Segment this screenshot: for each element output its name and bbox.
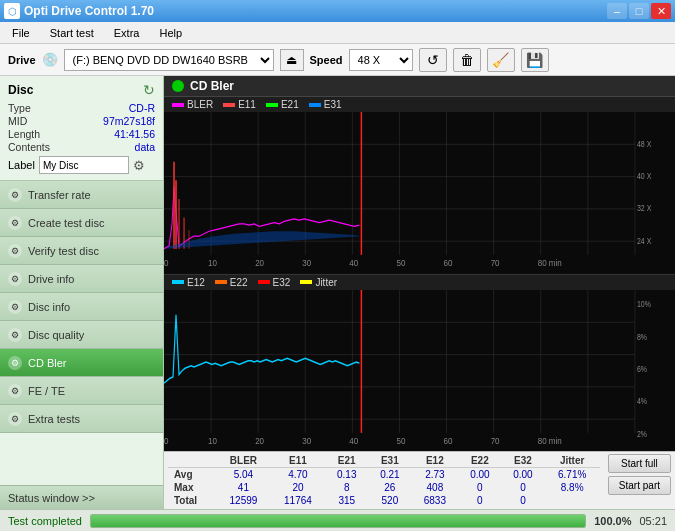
disc-label-input[interactable] bbox=[39, 156, 129, 174]
nav-fe-te-label: FE / TE bbox=[28, 385, 65, 397]
save-button[interactable]: 💾 bbox=[521, 48, 549, 72]
progress-bar-fill bbox=[91, 515, 585, 527]
disc-settings-icon[interactable]: ⚙ bbox=[133, 158, 145, 173]
legend-e32: E32 bbox=[258, 277, 291, 288]
sidebar-item-disc-info[interactable]: ⚙ Disc info bbox=[0, 293, 163, 321]
drive-icon: 💿 bbox=[42, 52, 58, 67]
window-controls: – □ ✕ bbox=[607, 3, 671, 19]
stats-total-e11: 11764 bbox=[271, 494, 326, 507]
nav-transfer-rate-label: Transfer rate bbox=[28, 189, 91, 201]
disc-label-row: Label ⚙ bbox=[8, 156, 155, 174]
stats-max-e32: 0 bbox=[501, 481, 544, 494]
legend-e11-dot bbox=[223, 103, 235, 107]
legend-bler-label: BLER bbox=[187, 99, 213, 110]
sidebar-item-transfer-rate[interactable]: ⚙ Transfer rate bbox=[0, 181, 163, 209]
chart-title: CD Bler bbox=[190, 79, 234, 93]
close-button[interactable]: ✕ bbox=[651, 3, 671, 19]
minimize-button[interactable]: – bbox=[607, 3, 627, 19]
status-window-button[interactable]: Status window >> bbox=[0, 485, 163, 509]
transfer-rate-icon: ⚙ bbox=[8, 188, 22, 202]
eject-button[interactable]: ⏏ bbox=[280, 49, 304, 71]
svg-text:80 min: 80 min bbox=[538, 435, 562, 446]
sidebar-item-disc-quality[interactable]: ⚙ Disc quality bbox=[0, 321, 163, 349]
start-part-button[interactable]: Start part bbox=[608, 476, 671, 495]
legend-bler-dot bbox=[172, 103, 184, 107]
svg-text:0: 0 bbox=[164, 435, 168, 446]
create-disc-icon: ⚙ bbox=[8, 216, 22, 230]
svg-text:20: 20 bbox=[255, 257, 264, 268]
legend-e31-label: E31 bbox=[324, 99, 342, 110]
legend-e22-label: E22 bbox=[230, 277, 248, 288]
stats-max-jitter: 8.8% bbox=[545, 481, 600, 494]
disc-refresh-icon[interactable]: ↻ bbox=[143, 82, 155, 98]
drive-select[interactable]: (F:) BENQ DVD DD DW1640 BSRB bbox=[64, 49, 274, 71]
svg-text:10: 10 bbox=[208, 257, 217, 268]
stats-row-avg: Avg 5.04 4.70 0.13 0.21 2.73 0.00 0.00 6… bbox=[168, 468, 600, 482]
stats-total-e21: 315 bbox=[325, 494, 368, 507]
erase2-button[interactable]: 🧹 bbox=[487, 48, 515, 72]
app-icon: ⬡ bbox=[4, 3, 20, 19]
stats-total-e12: 6833 bbox=[411, 494, 458, 507]
svg-text:6%: 6% bbox=[637, 364, 647, 374]
stats-total-e22: 0 bbox=[458, 494, 501, 507]
refresh-button[interactable]: ↺ bbox=[419, 48, 447, 72]
stats-max-e12: 408 bbox=[411, 481, 458, 494]
stats-total-label: Total bbox=[168, 494, 216, 507]
stats-total-jitter bbox=[545, 494, 600, 507]
legend-e11-label: E11 bbox=[238, 99, 256, 110]
nav-cd-bler-label: CD Bler bbox=[28, 357, 67, 369]
svg-text:30: 30 bbox=[302, 257, 311, 268]
disc-type-value: CD-R bbox=[129, 102, 155, 114]
disc-header: Disc ↻ bbox=[8, 82, 155, 98]
svg-text:40: 40 bbox=[349, 257, 358, 268]
legend-e32-label: E32 bbox=[273, 277, 291, 288]
legend-e12: E12 bbox=[172, 277, 205, 288]
legend-e22: E22 bbox=[215, 277, 248, 288]
menu-extra[interactable]: Extra bbox=[106, 25, 148, 41]
chart1-area: 0 10 20 30 40 50 60 70 80 min 48 X 40 X … bbox=[164, 112, 675, 274]
legend-e12-dot bbox=[172, 280, 184, 284]
stats-col-e11: E11 bbox=[271, 454, 326, 468]
disc-type-row: Type CD-R bbox=[8, 102, 155, 114]
legend-e12-label: E12 bbox=[187, 277, 205, 288]
svg-text:4%: 4% bbox=[637, 396, 647, 406]
cd-bler-icon: ⚙ bbox=[8, 356, 22, 370]
erase-button[interactable]: 🗑 bbox=[453, 48, 481, 72]
stats-table-area: BLER E11 E21 E31 E12 E22 E32 Jitter Avg bbox=[164, 452, 604, 509]
start-full-button[interactable]: Start full bbox=[608, 454, 671, 473]
menu-help[interactable]: Help bbox=[151, 25, 190, 41]
svg-text:60: 60 bbox=[444, 257, 453, 268]
disc-contents-label: Contents bbox=[8, 141, 50, 153]
maximize-button[interactable]: □ bbox=[629, 3, 649, 19]
stats-col-e22: E22 bbox=[458, 454, 501, 468]
chart2-svg: 0 10 20 30 40 50 60 70 80 min 10% 8% 6% … bbox=[164, 290, 675, 452]
menu-start-test[interactable]: Start test bbox=[42, 25, 102, 41]
menu-bar: File Start test Extra Help bbox=[0, 22, 675, 44]
sidebar: Disc ↻ Type CD-R MID 97m27s18f Length 41… bbox=[0, 76, 164, 509]
disc-quality-icon: ⚙ bbox=[8, 328, 22, 342]
fe-te-icon: ⚙ bbox=[8, 384, 22, 398]
svg-text:32 X: 32 X bbox=[637, 204, 652, 214]
legend-jitter-dot bbox=[300, 280, 312, 284]
stats-avg-bler: 5.04 bbox=[216, 468, 271, 482]
stats-col-e31: E31 bbox=[368, 454, 411, 468]
stats-max-e22: 0 bbox=[458, 481, 501, 494]
sidebar-item-fe-te[interactable]: ⚙ FE / TE bbox=[0, 377, 163, 405]
svg-text:48 X: 48 X bbox=[637, 139, 652, 149]
sidebar-item-drive-info[interactable]: ⚙ Drive info bbox=[0, 265, 163, 293]
sidebar-item-create-test-disc[interactable]: ⚙ Create test disc bbox=[0, 209, 163, 237]
svg-rect-39 bbox=[164, 290, 675, 452]
disc-label-text: Label bbox=[8, 159, 35, 171]
sidebar-item-cd-bler[interactable]: ⚙ CD Bler bbox=[0, 349, 163, 377]
stats-total-bler: 12599 bbox=[216, 494, 271, 507]
svg-text:2%: 2% bbox=[637, 428, 647, 438]
svg-text:60: 60 bbox=[444, 435, 453, 446]
menu-file[interactable]: File bbox=[4, 25, 38, 41]
legend-jitter: Jitter bbox=[300, 277, 337, 288]
disc-contents-value: data bbox=[135, 141, 155, 153]
title-bar: ⬡ Opti Drive Control 1.70 – □ ✕ bbox=[0, 0, 675, 22]
sidebar-item-verify-test-disc[interactable]: ⚙ Verify test disc bbox=[0, 237, 163, 265]
stats-avg-e21: 0.13 bbox=[325, 468, 368, 482]
sidebar-item-extra-tests[interactable]: ⚙ Extra tests bbox=[0, 405, 163, 433]
speed-select[interactable]: 48 X bbox=[349, 49, 413, 71]
